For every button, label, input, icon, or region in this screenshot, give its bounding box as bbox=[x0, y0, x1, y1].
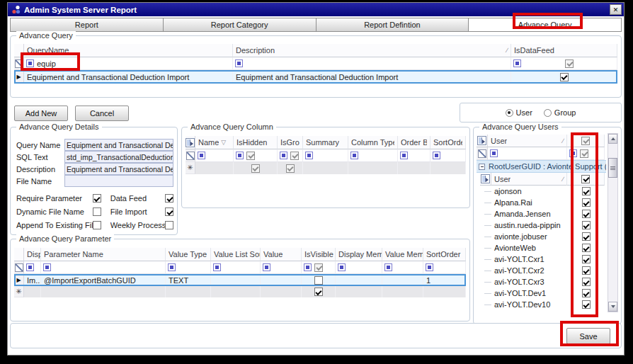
inner-select-all-checkbox[interactable] bbox=[581, 175, 590, 183]
save-button[interactable]: Save bbox=[566, 328, 610, 344]
new-checkbox-isgrou[interactable] bbox=[286, 164, 295, 173]
radio-icon[interactable] bbox=[506, 109, 513, 117]
check-dynamic-file-name[interactable] bbox=[93, 207, 101, 216]
user-name[interactable]: austin.rueda-pippin bbox=[491, 220, 567, 231]
filter-cell-sortorder[interactable] bbox=[423, 261, 466, 274]
check-data-feed[interactable] bbox=[165, 194, 173, 203]
column-header-queryname[interactable]: QueryName bbox=[24, 44, 233, 57]
filter-cell-isvisible[interactable] bbox=[302, 261, 336, 274]
filter-condition-icon[interactable] bbox=[280, 152, 287, 159]
user-name[interactable]: Amanda.Jensen bbox=[491, 208, 567, 220]
user-checkbox[interactable] bbox=[582, 266, 591, 275]
inner-column-header-user[interactable]: User∕ bbox=[491, 173, 567, 186]
collapse-icon[interactable] bbox=[479, 164, 485, 170]
user-name[interactable]: avi-YOLT.Cxr2 bbox=[491, 265, 567, 276]
isdatafeed-checkbox[interactable] bbox=[560, 73, 569, 81]
column-header-disp[interactable]: Disp bbox=[24, 248, 41, 261]
new-cell-summary[interactable] bbox=[303, 162, 348, 174]
cell-value-list-sourc[interactable] bbox=[211, 274, 261, 286]
user-selected-cell[interactable] bbox=[567, 186, 605, 197]
filter-cell-description[interactable] bbox=[233, 57, 511, 70]
column-header-user[interactable]: User∕ bbox=[488, 135, 567, 147]
user-name[interactable]: Alpana.Rai bbox=[491, 197, 567, 208]
filter-cell-column-type[interactable] bbox=[348, 149, 398, 162]
filter-condition-icon[interactable] bbox=[426, 263, 433, 271]
user-row[interactable]: avi-YOLT.Cxr1 bbox=[480, 254, 606, 265]
parameter-new-row[interactable]: ✳ bbox=[14, 286, 466, 297]
new-cell-name[interactable] bbox=[195, 162, 234, 174]
filter-condition-icon[interactable] bbox=[433, 152, 440, 159]
check-require-parameter[interactable] bbox=[93, 194, 101, 203]
user-name[interactable]: avi-YOLT.Cxr3 bbox=[491, 276, 567, 288]
column-header-display-mem[interactable]: Display Mem bbox=[336, 248, 382, 261]
customize-grid-icon[interactable] bbox=[477, 136, 486, 145]
new-cell-value[interactable] bbox=[261, 286, 302, 297]
new-cell-display-mem[interactable] bbox=[336, 286, 382, 297]
user-row[interactable]: Amanda.Jensen bbox=[480, 208, 606, 220]
filter-condition-icon[interactable] bbox=[304, 263, 312, 271]
new-cell-value-memb[interactable] bbox=[382, 286, 423, 297]
close-icon[interactable]: ✕ bbox=[610, 4, 622, 15]
filter-condition-icon[interactable] bbox=[26, 59, 34, 67]
column-header-selected[interactable] bbox=[567, 135, 605, 147]
query-row[interactable]: ▶Equipment and Transactional Deduction I… bbox=[14, 70, 617, 84]
cell-value[interactable] bbox=[261, 274, 302, 286]
cell-isdatafeed[interactable] bbox=[511, 70, 617, 84]
check-weekly-process[interactable] bbox=[165, 221, 173, 229]
user-row[interactable]: avi-YOLT.Cxr3 bbox=[480, 276, 606, 288]
column-header-isvisible[interactable]: IsVisible bbox=[302, 248, 336, 261]
column-header-summary[interactable]: Summary bbox=[303, 136, 348, 149]
cell-display-mem[interactable] bbox=[336, 274, 382, 286]
user-row[interactable]: austin.rueda-pippin bbox=[480, 220, 606, 231]
filter-condition-icon[interactable] bbox=[338, 263, 346, 271]
customize-grid-icon[interactable] bbox=[186, 138, 195, 147]
user-name[interactable]: ajonson bbox=[491, 186, 567, 197]
column-header-isdatafeed[interactable]: IsDataFeed bbox=[511, 44, 617, 57]
filter-cell-value-type[interactable] bbox=[166, 261, 211, 274]
filter-checkbox-isgrou[interactable] bbox=[290, 152, 299, 160]
filter-condition-icon[interactable] bbox=[263, 263, 270, 271]
new-cell-isvisible[interactable] bbox=[302, 286, 336, 297]
user-checkbox[interactable] bbox=[582, 221, 591, 229]
user-selected-cell[interactable] bbox=[567, 197, 605, 208]
user-checkbox[interactable] bbox=[582, 198, 591, 207]
scroll-up-icon[interactable] bbox=[608, 134, 617, 144]
user-selected-cell[interactable] bbox=[567, 220, 605, 231]
user-row[interactable]: avi-YOLT.Dev1 bbox=[480, 288, 606, 299]
filter-condition-icon[interactable] bbox=[305, 152, 313, 159]
user-checkbox[interactable] bbox=[582, 187, 591, 195]
new-cell-value-list-sourc[interactable] bbox=[211, 286, 261, 297]
cell-value-type[interactable]: TEXT bbox=[166, 274, 211, 286]
filter-cell-name[interactable] bbox=[195, 149, 234, 162]
check-file-import[interactable] bbox=[165, 207, 173, 216]
user-name[interactable]: avi-YOLT.Dev1 bbox=[491, 288, 567, 299]
column-header-column-type[interactable]: Column Type bbox=[348, 136, 398, 149]
cell-isvisible[interactable] bbox=[302, 274, 336, 286]
column-header-parameter-name[interactable]: Parameter Name bbox=[41, 248, 166, 261]
filter-checkbox-ishidden[interactable] bbox=[246, 152, 255, 160]
user-selected-cell[interactable] bbox=[567, 242, 605, 254]
user-row[interactable]: avi-YOLT.Cxr2 bbox=[480, 265, 606, 276]
cell-queryname[interactable]: Equipment and Transactional Deduction Im… bbox=[24, 70, 233, 84]
parameter-row[interactable]: ▶Im...@ImportExportBatchGUIDTEXT1 bbox=[14, 274, 466, 286]
user-name[interactable]: avi-YOLT.Cxr1 bbox=[491, 254, 567, 265]
filter-cell-selected[interactable] bbox=[567, 147, 605, 160]
tab-advance-query[interactable]: Advance Query bbox=[469, 18, 622, 32]
filter-cell-display-mem[interactable] bbox=[336, 261, 382, 274]
inner-column-header-selected[interactable] bbox=[567, 173, 605, 186]
filter-cell-user[interactable] bbox=[488, 147, 567, 160]
new-cell-sortorder[interactable] bbox=[430, 162, 466, 174]
column-header-value-memb[interactable]: Value Memb bbox=[382, 248, 423, 261]
filter-cell-ishidden[interactable] bbox=[234, 149, 278, 162]
cell-sortorder[interactable]: 1 bbox=[423, 274, 466, 286]
radio-icon[interactable] bbox=[544, 109, 552, 117]
filter-condition-icon[interactable] bbox=[490, 149, 498, 157]
column-header-ishidden[interactable]: IsHidden bbox=[234, 136, 278, 149]
filter-checkbox-isvisible[interactable] bbox=[314, 263, 323, 272]
user-name[interactable]: AvionteWeb bbox=[491, 242, 567, 254]
filter-condition-icon[interactable] bbox=[384, 263, 392, 271]
column-header-value-type[interactable]: Value Type bbox=[166, 248, 211, 261]
user-checkbox[interactable] bbox=[582, 244, 591, 252]
new-isvisible-checkbox[interactable] bbox=[314, 288, 323, 296]
column-header-value[interactable]: Value bbox=[261, 248, 302, 261]
